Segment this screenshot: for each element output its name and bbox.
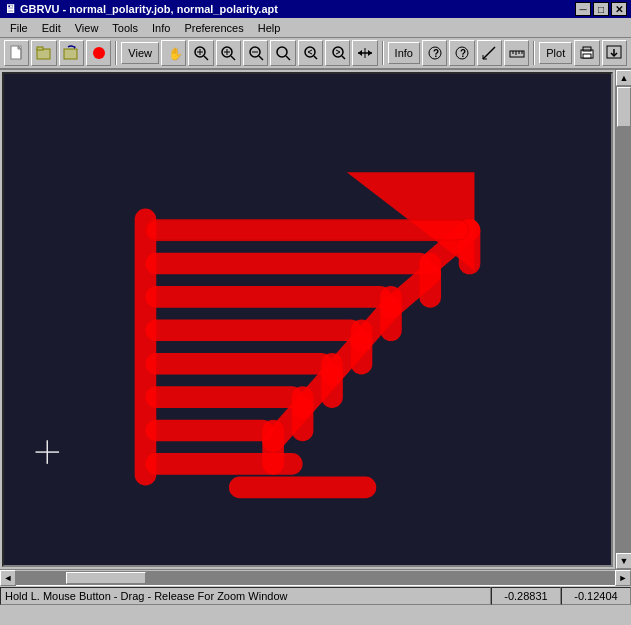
toolbar-info-button[interactable]: Info [388, 42, 420, 64]
scroll-down-button[interactable]: ▼ [616, 553, 631, 569]
svg-rect-4 [64, 49, 77, 59]
toolbar-new-button[interactable] [4, 40, 29, 66]
zoom-next-icon [330, 45, 346, 61]
ruler-icon [509, 45, 525, 61]
toolbar-zoom-fit-button[interactable] [188, 40, 213, 66]
svg-rect-43 [583, 54, 591, 58]
toolbar-zoom-out-button[interactable] [243, 40, 268, 66]
scroll-track-bottom[interactable] [16, 571, 615, 585]
svg-line-22 [314, 56, 317, 59]
svg-text:?: ? [433, 48, 439, 59]
zoom-out-icon [248, 45, 264, 61]
zoom-window-icon [275, 45, 291, 61]
svg-line-33 [483, 47, 495, 59]
svg-rect-53 [145, 353, 332, 375]
title-text: GBRVU - normal_polarity.job, normal_pola… [20, 3, 278, 15]
toolbar-reopen-button[interactable] [59, 40, 84, 66]
toolbar-pan-horiz-button[interactable] [352, 40, 377, 66]
zoom-fit-icon [193, 45, 209, 61]
toolbar-hand-button[interactable]: ✋ [161, 40, 186, 66]
svg-point-6 [93, 47, 105, 59]
scrollbar-right[interactable]: ▲ ▼ [615, 70, 631, 569]
svg-point-19 [277, 47, 287, 57]
svg-rect-55 [145, 420, 273, 442]
scrollbar-bottom[interactable]: ◄ ► [0, 569, 631, 585]
maximize-button[interactable]: □ [593, 2, 609, 16]
scroll-track-right[interactable] [616, 86, 631, 553]
info1-icon: ? [427, 45, 443, 61]
menu-preferences[interactable]: Preferences [178, 20, 249, 36]
svg-line-17 [259, 56, 263, 60]
title-bar: 🖥 GBRVU - normal_polarity.job, normal_po… [0, 0, 631, 18]
scroll-up-button[interactable]: ▲ [616, 70, 631, 86]
svg-line-20 [286, 56, 290, 60]
svg-rect-54 [145, 386, 302, 408]
toolbar-zoom-next-button[interactable] [325, 40, 350, 66]
toolbar-zoom-window-button[interactable] [270, 40, 295, 66]
scroll-left-button[interactable]: ◄ [0, 570, 16, 586]
menu-info[interactable]: Info [146, 20, 176, 36]
minimize-button[interactable]: ─ [575, 2, 591, 16]
toolbar-zoom-in-button[interactable] [216, 40, 241, 66]
toolbar-info1-button[interactable]: ? [422, 40, 447, 66]
export-icon [606, 45, 622, 61]
toolbar-sep-1 [115, 41, 117, 65]
status-coord-y: -0.12404 [561, 587, 631, 605]
toolbar-print-button[interactable] [574, 40, 599, 66]
canvas-area[interactable] [2, 72, 613, 567]
toolbar-zoom-prev-button[interactable] [298, 40, 323, 66]
info2-icon: ? [454, 45, 470, 61]
svg-text:✋: ✋ [168, 46, 182, 61]
svg-point-23 [333, 47, 343, 57]
menu-tools[interactable]: Tools [106, 20, 144, 36]
svg-line-9 [204, 56, 208, 60]
toolbar-open-button[interactable] [31, 40, 56, 66]
menu-view[interactable]: View [69, 20, 105, 36]
status-coord-x: -0.28831 [491, 587, 561, 605]
svg-rect-48 [145, 219, 469, 241]
toolbar-stop-button[interactable] [86, 40, 111, 66]
svg-rect-3 [37, 47, 43, 50]
toolbar-sep-3 [533, 41, 535, 65]
measure-icon [481, 45, 497, 61]
hand-icon: ✋ [166, 45, 182, 61]
svg-marker-26 [358, 50, 362, 56]
zoom-in-icon [220, 45, 236, 61]
svg-line-24 [342, 56, 345, 59]
menu-edit[interactable]: Edit [36, 20, 67, 36]
title-bar-left: 🖥 GBRVU - normal_polarity.job, normal_po… [4, 2, 278, 16]
stop-icon [91, 45, 107, 61]
reopen-icon [63, 45, 79, 61]
scroll-thumb-right[interactable] [617, 87, 631, 127]
menu-bar: File Edit View Tools Info Preferences He… [0, 18, 631, 38]
svg-rect-72 [229, 477, 376, 499]
toolbar-export-button[interactable] [602, 40, 627, 66]
svg-line-13 [231, 56, 235, 60]
menu-help[interactable]: Help [252, 20, 287, 36]
scroll-thumb-bottom[interactable] [66, 572, 146, 584]
toolbar-sep-2 [382, 41, 384, 65]
toolbar-view-button[interactable]: View [121, 42, 159, 64]
svg-rect-51 [145, 286, 391, 308]
pan-h-icon [357, 45, 373, 61]
toolbar-plot-button[interactable]: Plot [539, 42, 572, 64]
pcb-drawing [4, 74, 611, 565]
svg-point-21 [305, 47, 315, 57]
main-area: ▲ ▼ ◄ ► [0, 70, 631, 585]
svg-rect-50 [145, 253, 430, 275]
toolbar-info2-button[interactable]: ? [449, 40, 474, 66]
new-icon [9, 45, 25, 61]
svg-rect-52 [145, 320, 361, 342]
print-icon [579, 45, 595, 61]
menu-file[interactable]: File [4, 20, 34, 36]
status-message: Hold L. Mouse Button - Drag - Release Fo… [0, 587, 491, 605]
close-button[interactable]: ✕ [611, 2, 627, 16]
status-bar: Hold L. Mouse Button - Drag - Release Fo… [0, 585, 631, 605]
svg-marker-27 [368, 50, 372, 56]
scroll-right-button[interactable]: ► [615, 570, 631, 586]
toolbar-measure-button[interactable] [477, 40, 502, 66]
toolbar: View ✋ Info ? ? Plot [0, 38, 631, 70]
toolbar-ruler-button[interactable] [504, 40, 529, 66]
svg-text:?: ? [460, 48, 466, 59]
title-bar-controls[interactable]: ─ □ ✕ [575, 2, 627, 16]
